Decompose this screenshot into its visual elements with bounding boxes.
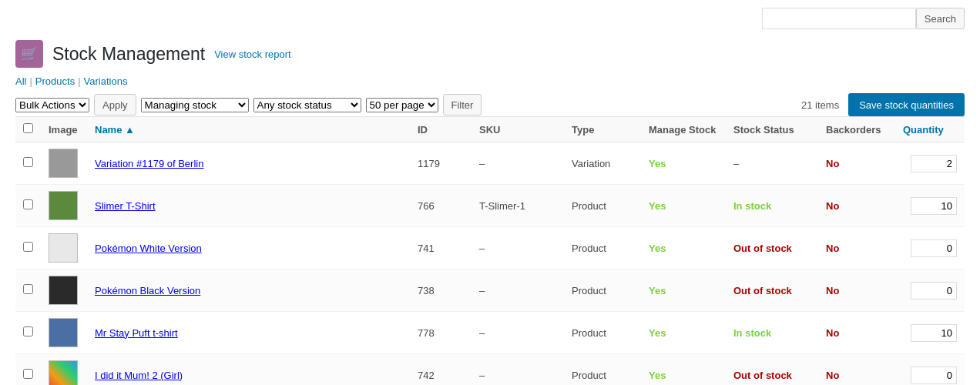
view-stock-report-link[interactable]: View stock report <box>214 49 290 60</box>
row-quantity-cell <box>895 312 965 354</box>
row-checkbox[interactable] <box>23 284 33 294</box>
table-row: Pokémon White Version 741 – Product Yes … <box>15 227 965 270</box>
quantity-input[interactable] <box>911 239 957 257</box>
apply-button[interactable]: Apply <box>94 94 136 116</box>
stock-status-value: In stock <box>733 200 771 212</box>
table-row: Mr Stay Puft t-shirt 778 – Product Yes I… <box>15 312 965 354</box>
row-checkbox[interactable] <box>23 369 33 379</box>
stock-status-value: Out of stock <box>733 285 792 296</box>
table-row: Variation #1179 of Berlin 1179 – Variati… <box>15 142 965 185</box>
row-stock-status-cell: – <box>726 142 818 185</box>
nav-all[interactable]: All <box>15 75 26 87</box>
product-name-link[interactable]: Slimer T-Shirt <box>95 200 156 212</box>
product-image <box>49 149 78 178</box>
page-title: Stock Management <box>52 44 205 65</box>
product-image <box>49 233 78 263</box>
col-header-backorders: Backorders <box>818 117 895 142</box>
row-checkbox-cell <box>15 227 41 270</box>
backorders-value: No <box>826 243 839 254</box>
row-sku-cell: T-Slimer-1 <box>472 185 564 227</box>
bulk-actions-select[interactable]: Bulk Actions <box>15 98 89 112</box>
backorders-value: No <box>826 200 839 212</box>
row-backorders-cell: No <box>818 312 895 354</box>
col-header-image: Image <box>41 117 87 142</box>
row-checkbox-cell <box>15 142 41 185</box>
quantity-input[interactable] <box>911 197 957 215</box>
product-name-link[interactable]: Pokémon White Version <box>95 243 202 254</box>
row-name-cell: Pokémon White Version <box>87 227 410 270</box>
cart-icon: 🛒 <box>15 40 43 68</box>
row-sku-cell: – <box>472 312 564 354</box>
manage-stock-value: Yes <box>649 285 666 296</box>
product-image <box>49 318 78 347</box>
stock-status-select[interactable]: Any stock status <box>253 98 361 112</box>
select-all-checkbox[interactable] <box>23 123 33 133</box>
row-checkbox-cell <box>15 312 41 354</box>
row-type-cell: Product <box>564 270 641 312</box>
product-name-link[interactable]: Variation #1179 of Berlin <box>95 158 203 169</box>
row-image-cell <box>41 312 87 354</box>
row-quantity-cell <box>895 185 965 227</box>
row-type-cell: Product <box>564 312 641 354</box>
col-header-stock-status: Stock Status <box>726 117 818 142</box>
page-header: 🛒 Stock Management View stock report <box>15 32 965 72</box>
row-name-cell: Mr Stay Puft t-shirt <box>87 312 410 354</box>
row-quantity-cell <box>895 227 965 270</box>
sort-name-link[interactable]: Name ▲ <box>95 124 135 136</box>
col-header-id: ID <box>410 117 472 142</box>
row-quantity-cell <box>895 270 965 312</box>
col-header-manage-stock: Manage Stock <box>641 117 726 142</box>
filter-button[interactable]: Filter <box>443 94 482 116</box>
row-checkbox[interactable] <box>23 326 33 336</box>
backorders-value: No <box>826 285 839 296</box>
product-image <box>49 276 78 305</box>
row-type-cell: Product <box>564 354 641 386</box>
row-checkbox[interactable] <box>23 242 33 252</box>
quantity-input[interactable] <box>911 282 957 300</box>
row-backorders-cell: No <box>818 354 895 386</box>
row-image-cell <box>41 185 87 227</box>
backorders-value: No <box>826 158 839 169</box>
row-stock-status-cell: Out of stock <box>726 227 818 270</box>
row-checkbox-cell <box>15 354 41 386</box>
backorders-value: No <box>826 370 839 381</box>
tablenav-top: Bulk Actions Apply Managing stock Any st… <box>15 93 965 116</box>
row-stock-status-cell: Out of stock <box>726 270 818 312</box>
row-type-cell: Variation <box>564 142 641 185</box>
row-quantity-cell <box>895 354 965 386</box>
product-name-link[interactable]: Mr Stay Puft t-shirt <box>95 327 178 339</box>
stock-status-value: Out of stock <box>733 370 792 381</box>
quantity-input[interactable] <box>911 155 957 172</box>
row-name-cell: Slimer T-Shirt <box>87 185 410 227</box>
quantity-input[interactable] <box>911 367 957 384</box>
row-manage-stock-cell: Yes <box>641 185 726 227</box>
nav-products[interactable]: Products <box>35 75 75 87</box>
per-page-select[interactable]: 50 per page <box>366 98 438 112</box>
search-button[interactable]: Search <box>916 8 965 29</box>
nav-variations[interactable]: Variations <box>84 75 128 87</box>
row-stock-status-cell: In stock <box>726 185 818 227</box>
row-sku-cell: – <box>472 354 564 386</box>
product-name-link[interactable]: I did it Mum! 2 (Girl) <box>95 370 183 381</box>
stock-status-value: – <box>733 158 739 169</box>
row-backorders-cell: No <box>818 270 895 312</box>
row-backorders-cell: No <box>818 185 895 227</box>
product-name-link[interactable]: Pokémon Black Version <box>95 285 200 296</box>
row-image-cell <box>41 354 87 386</box>
col-header-type: Type <box>564 117 641 142</box>
backorders-value: No <box>826 327 839 339</box>
row-checkbox-cell <box>15 270 41 312</box>
row-name-cell: I did it Mum! 2 (Girl) <box>87 354 410 386</box>
row-checkbox[interactable] <box>23 199 33 209</box>
managing-stock-select[interactable]: Managing stock <box>141 98 249 112</box>
save-stock-quantities-button[interactable]: Save stock quantities <box>848 93 965 116</box>
row-name-cell: Pokémon Black Version <box>87 270 410 312</box>
row-manage-stock-cell: Yes <box>641 142 726 185</box>
row-checkbox[interactable] <box>23 157 33 167</box>
manage-stock-value: Yes <box>649 243 666 254</box>
items-count: 21 items <box>801 99 839 111</box>
row-manage-stock-cell: Yes <box>641 270 726 312</box>
search-input[interactable] <box>762 8 916 29</box>
quantity-input[interactable] <box>911 324 957 342</box>
stock-status-value: Out of stock <box>733 243 792 254</box>
